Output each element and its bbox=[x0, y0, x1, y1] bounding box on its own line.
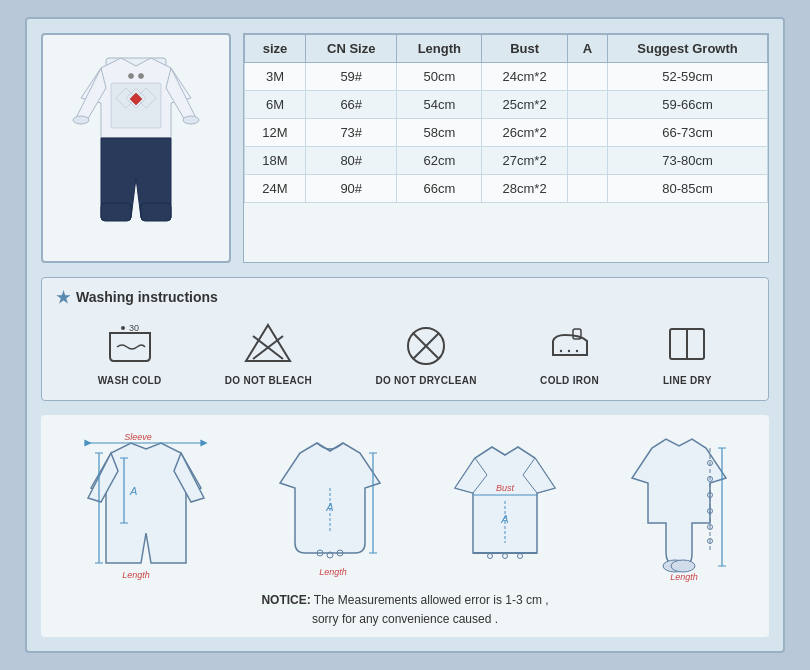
notice-text: NOTICE: The Measurements allowed error i… bbox=[51, 591, 759, 629]
no-bleach-label: DO NOT BLEACH bbox=[225, 375, 312, 386]
diagram-onesie: Length A bbox=[265, 423, 395, 583]
svg-rect-10 bbox=[101, 203, 131, 221]
table-cell: 28cm*2 bbox=[482, 174, 568, 202]
table-cell: 80-85cm bbox=[608, 174, 768, 202]
diagrams-row: Sleeve A Length bbox=[51, 423, 759, 583]
diagram-full-romper: Sleeve A Length bbox=[66, 423, 226, 583]
table-cell: 66# bbox=[306, 90, 397, 118]
svg-text:A: A bbox=[129, 485, 137, 497]
svg-point-26 bbox=[575, 350, 577, 352]
svg-point-25 bbox=[567, 350, 569, 352]
svg-text:Length: Length bbox=[122, 570, 150, 580]
svg-text:Bust: Bust bbox=[496, 483, 515, 493]
top-section: size CN Size Length Bust A Suggest Growt… bbox=[41, 33, 769, 263]
col-a: A bbox=[567, 34, 607, 62]
washing-title-text: Washing instructions bbox=[76, 289, 218, 305]
table-cell: 6M bbox=[245, 90, 306, 118]
size-table: size CN Size Length Bust A Suggest Growt… bbox=[244, 34, 768, 203]
table-cell: 73# bbox=[306, 118, 397, 146]
table-cell bbox=[567, 146, 607, 174]
table-cell bbox=[567, 118, 607, 146]
table-row: 24M90#66cm28cm*280-85cm bbox=[245, 174, 768, 202]
table-row: 3M59#50cm24cm*252-59cm bbox=[245, 62, 768, 90]
main-container: size CN Size Length Bust A Suggest Growt… bbox=[25, 17, 785, 653]
no-dryclean-symbol bbox=[401, 321, 451, 367]
svg-point-8 bbox=[129, 73, 134, 78]
wash-cold-symbol: 30 bbox=[105, 321, 155, 367]
table-row: 6M66#54cm25cm*259-66cm bbox=[245, 90, 768, 118]
cold-iron-label: COLD IRON bbox=[540, 375, 599, 386]
no-bleach-item: DO NOT BLEACH bbox=[225, 321, 312, 386]
measurement-section: Sleeve A Length bbox=[41, 415, 769, 637]
table-cell: 24M bbox=[245, 174, 306, 202]
table-cell: 58cm bbox=[397, 118, 482, 146]
table-cell: 73-80cm bbox=[608, 146, 768, 174]
table-cell: 18M bbox=[245, 146, 306, 174]
diagram-footed-romper: Length bbox=[614, 423, 744, 583]
line-dry-symbol bbox=[662, 321, 712, 367]
table-cell: 3M bbox=[245, 62, 306, 90]
svg-marker-17 bbox=[246, 325, 290, 361]
svg-text:Length: Length bbox=[319, 567, 347, 577]
washing-title: ★ Washing instructions bbox=[56, 288, 754, 307]
wash-cold-item: 30 WASH COLD bbox=[98, 321, 162, 386]
table-cell: 54cm bbox=[397, 90, 482, 118]
table-cell bbox=[567, 174, 607, 202]
washing-icons-row: 30 WASH COLD DO NOT BLEACH bbox=[56, 321, 754, 386]
notice-body: The Measurements allowed error is 1-3 cm… bbox=[314, 593, 549, 607]
table-cell: 62cm bbox=[397, 146, 482, 174]
table-cell: 25cm*2 bbox=[482, 90, 568, 118]
table-cell: 80# bbox=[306, 146, 397, 174]
svg-rect-3 bbox=[111, 83, 161, 128]
table-cell bbox=[567, 90, 607, 118]
table-cell: 52-59cm bbox=[608, 62, 768, 90]
svg-point-9 bbox=[139, 73, 144, 78]
table-cell: 27cm*2 bbox=[482, 146, 568, 174]
col-size: size bbox=[245, 34, 306, 62]
no-dryclean-item: DO NOT DRYCLEAN bbox=[375, 321, 476, 386]
line-dry-item: LINE DRY bbox=[662, 321, 712, 386]
col-length: Length bbox=[397, 34, 482, 62]
svg-text:Length: Length bbox=[670, 572, 698, 582]
svg-text:30: 30 bbox=[129, 323, 139, 333]
table-row: 12M73#58cm26cm*266-73cm bbox=[245, 118, 768, 146]
svg-point-12 bbox=[73, 116, 89, 124]
notice-body2: sorry for any convenience caused . bbox=[312, 612, 498, 626]
svg-text:A: A bbox=[326, 501, 334, 513]
table-cell: 59-66cm bbox=[608, 90, 768, 118]
col-cn: CN Size bbox=[306, 34, 397, 62]
cold-iron-symbol bbox=[545, 321, 595, 367]
washing-section: ★ Washing instructions 30 bbox=[41, 277, 769, 401]
svg-text:Sleeve: Sleeve bbox=[124, 432, 152, 442]
wash-cold-label: WASH COLD bbox=[98, 375, 162, 386]
line-dry-label: LINE DRY bbox=[663, 375, 712, 386]
size-table-container: size CN Size Length Bust A Suggest Growt… bbox=[243, 33, 769, 263]
notice-label: NOTICE: bbox=[261, 593, 310, 607]
table-cell: 66-73cm bbox=[608, 118, 768, 146]
svg-point-55 bbox=[517, 553, 522, 558]
table-cell: 66cm bbox=[397, 174, 482, 202]
svg-rect-11 bbox=[141, 203, 171, 221]
svg-point-24 bbox=[559, 350, 561, 352]
svg-point-54 bbox=[502, 553, 507, 558]
col-bust: Bust bbox=[482, 34, 568, 62]
table-cell bbox=[567, 62, 607, 90]
svg-point-15 bbox=[121, 326, 125, 330]
no-dryclean-label: DO NOT DRYCLEAN bbox=[375, 375, 476, 386]
product-image bbox=[41, 33, 231, 263]
no-bleach-symbol bbox=[243, 321, 293, 367]
svg-point-53 bbox=[487, 553, 492, 558]
col-suggest: Suggest Growth bbox=[608, 34, 768, 62]
table-cell: 50cm bbox=[397, 62, 482, 90]
table-cell: 26cm*2 bbox=[482, 118, 568, 146]
star-icon: ★ bbox=[56, 288, 70, 307]
table-cell: 24cm*2 bbox=[482, 62, 568, 90]
svg-point-57 bbox=[671, 560, 695, 572]
table-cell: 12M bbox=[245, 118, 306, 146]
cold-iron-item: COLD IRON bbox=[540, 321, 599, 386]
diagram-shirt: Bust A bbox=[435, 423, 575, 583]
table-row: 18M80#62cm27cm*273-80cm bbox=[245, 146, 768, 174]
table-cell: 59# bbox=[306, 62, 397, 90]
table-cell: 90# bbox=[306, 174, 397, 202]
svg-point-13 bbox=[183, 116, 199, 124]
